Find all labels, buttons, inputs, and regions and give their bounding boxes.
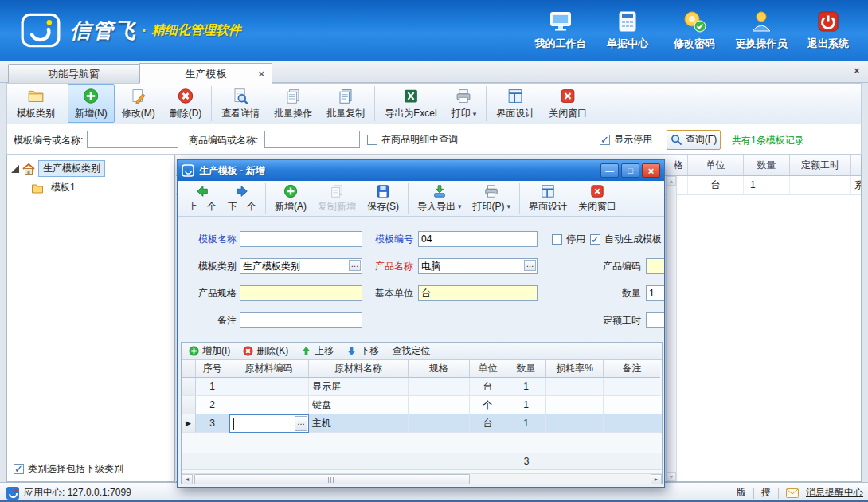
col-header-material-code[interactable]: 原材料编码 <box>229 360 309 378</box>
scroll-right-icon[interactable]: ► <box>651 474 662 484</box>
scroll-down-icon[interactable]: ▼ <box>667 472 676 481</box>
nav-change-password[interactable]: 修改密码 <box>661 10 728 51</box>
tab-close-icon[interactable]: × <box>258 64 264 84</box>
dialog-close-button[interactable]: × <box>642 163 660 178</box>
dialog-print-button[interactable]: 打印(P) ▾ <box>467 182 517 215</box>
product-code-input[interactable] <box>646 258 665 274</box>
detail-horizontal-scrollbar[interactable]: ◄ ► <box>182 473 662 484</box>
batch-operation-button[interactable]: 批量操作 <box>267 84 319 123</box>
dialog-logo-icon <box>182 164 194 177</box>
col-header-unit[interactable]: 单位 <box>470 360 506 378</box>
tab-production-template[interactable]: 生产模板 × <box>139 63 272 84</box>
toolbar-separator <box>65 86 65 121</box>
lookup-ellipsis-icon[interactable]: … <box>295 416 307 431</box>
template-category-button[interactable]: 模板类别 <box>10 84 62 123</box>
import-export-button[interactable]: 导入导出 ▾ <box>412 182 467 215</box>
copy-add-button[interactable]: 复制新增 <box>312 182 362 215</box>
col-header-seq[interactable]: 序号 <box>196 360 229 378</box>
export-excel-button[interactable]: 导出为Excel <box>377 84 444 123</box>
add-row-button[interactable]: 增加(I) <box>189 344 230 358</box>
batch-copy-button[interactable]: 批量复制 <box>319 84 372 123</box>
next-button[interactable]: 下一个 <box>222 182 262 215</box>
nav-exit-system[interactable]: 退出系统 <box>795 10 862 51</box>
move-up-button[interactable]: 上移 <box>301 344 334 358</box>
nav-workbench[interactable]: 我的工作台 <box>527 10 594 51</box>
table-row-selected[interactable]: ▶ 3 主机 台 1 … <box>182 414 662 433</box>
tabstrip-close-icon[interactable]: × <box>850 65 863 78</box>
quantity-input[interactable] <box>646 285 665 301</box>
checkbox-box[interactable] <box>600 135 610 145</box>
material-code-edit-cell[interactable]: … <box>229 414 309 433</box>
scroll-up-icon[interactable]: ▲ <box>667 176 676 186</box>
template-name-label: 模板名称 <box>184 231 237 247</box>
dialog-close-window-button[interactable]: 关闭窗口 <box>573 182 622 215</box>
template-name-input[interactable] <box>240 231 362 247</box>
checkbox-box[interactable] <box>590 234 600 245</box>
tree-expander-icon[interactable] <box>11 165 19 173</box>
search-in-detail-checkbox[interactable]: 在商品明细中查询 <box>367 133 458 147</box>
product-spec-input[interactable] <box>240 285 362 301</box>
scrollbar-thumb[interactable] <box>194 474 470 484</box>
dialog-ui-design-button[interactable]: 界面设计 <box>523 182 573 215</box>
find-locate-button[interactable]: 查找定位 <box>392 344 430 358</box>
nav-switch-operator[interactable]: 更换操作员 <box>728 10 795 51</box>
cell-loss <box>546 396 604 414</box>
col-header-loss-rate[interactable]: 损耗率% <box>546 360 604 378</box>
table-row[interactable]: 1 显示屏 台 1 <box>182 378 662 396</box>
edit-button[interactable]: 修改(M) <box>115 84 162 123</box>
close-window-button[interactable]: 关闭窗口 <box>542 84 594 123</box>
remark-label: 备注 <box>184 312 237 328</box>
ui-design-button[interactable]: 界面设计 <box>489 84 542 123</box>
template-code-input[interactable] <box>418 231 538 247</box>
tab-function-nav[interactable]: 功能导航窗 <box>8 64 139 83</box>
col-header-qty[interactable]: 数量 <box>506 360 546 378</box>
tree-node-root[interactable]: 生产模板类别 <box>11 160 105 177</box>
previous-button[interactable]: 上一个 <box>182 182 222 215</box>
scroll-left-icon[interactable]: ◄ <box>182 474 193 484</box>
batch-copy-icon <box>336 88 355 104</box>
product-code-label: 产品编码 <box>568 258 641 274</box>
add-button[interactable]: 新增(N) <box>68 84 115 123</box>
view-details-button[interactable]: 查看详情 <box>214 84 267 123</box>
stop-use-checkbox[interactable]: 停用 <box>552 231 585 247</box>
print-button[interactable]: 打印 ▾ <box>444 84 484 123</box>
tree-node-label: 模板1 <box>47 180 80 195</box>
nav-document-center[interactable]: 单据中心 <box>594 10 661 51</box>
tree-node-template1[interactable]: 模板1 <box>31 180 80 195</box>
remark-input[interactable] <box>240 312 362 328</box>
save-button[interactable]: 保存(S) <box>362 182 405 215</box>
quota-hours-input[interactable] <box>646 312 665 328</box>
show-disabled-checkbox[interactable]: 显示停用 <box>600 133 652 147</box>
product-name-combo[interactable]: … <box>418 258 538 274</box>
dialog-add-button[interactable]: 新增(A) <box>269 182 312 215</box>
lookup-ellipsis-icon[interactable]: … <box>349 260 361 271</box>
nav-label: 修改密码 <box>674 37 715 51</box>
include-subcategory-checkbox[interactable]: 类别选择包括下级类别 <box>14 462 123 476</box>
import-export-dropdown-icon[interactable]: ▾ <box>458 202 462 210</box>
base-unit-input[interactable] <box>418 285 538 301</box>
delete-row-button[interactable]: 删除(K) <box>243 344 288 358</box>
template-category-combo[interactable]: … <box>240 258 362 274</box>
print-dropdown-icon[interactable]: ▾ <box>473 110 477 118</box>
dialog-minimize-button[interactable]: — <box>600 163 619 178</box>
template-filter-input[interactable] <box>87 131 178 148</box>
table-row[interactable]: 2 键盘 个 1 <box>182 396 662 414</box>
checkbox-box[interactable] <box>367 135 377 145</box>
print-dropdown-icon[interactable]: ▾ <box>507 202 511 210</box>
col-header-remark[interactable]: 备注 <box>604 360 660 378</box>
grid-vertical-scrollbar[interactable]: ▲ ▼ <box>666 176 677 481</box>
delete-button[interactable]: 删除(D) <box>162 84 209 123</box>
message-center-link[interactable]: 消息提醒中心 <box>806 486 863 500</box>
product-filter-label: 商品编码或名称: <box>189 134 258 147</box>
move-down-button[interactable]: 下移 <box>346 344 379 358</box>
lookup-ellipsis-icon[interactable]: … <box>524 260 536 271</box>
col-header-spec[interactable]: 规格 <box>409 360 470 378</box>
auto-generate-checkbox[interactable]: 自动生成模板 <box>590 231 662 247</box>
checkbox-box[interactable] <box>552 234 562 245</box>
dialog-maximize-button[interactable]: □ <box>621 163 639 178</box>
col-header-material-name[interactable]: 原材料名称 <box>309 360 409 378</box>
dialog-titlebar[interactable]: 生产模板 - 新增 — □ × <box>178 160 664 181</box>
product-filter-input[interactable] <box>264 131 360 148</box>
checkbox-box[interactable] <box>14 464 24 474</box>
query-button[interactable]: 查询(F) <box>667 130 721 150</box>
